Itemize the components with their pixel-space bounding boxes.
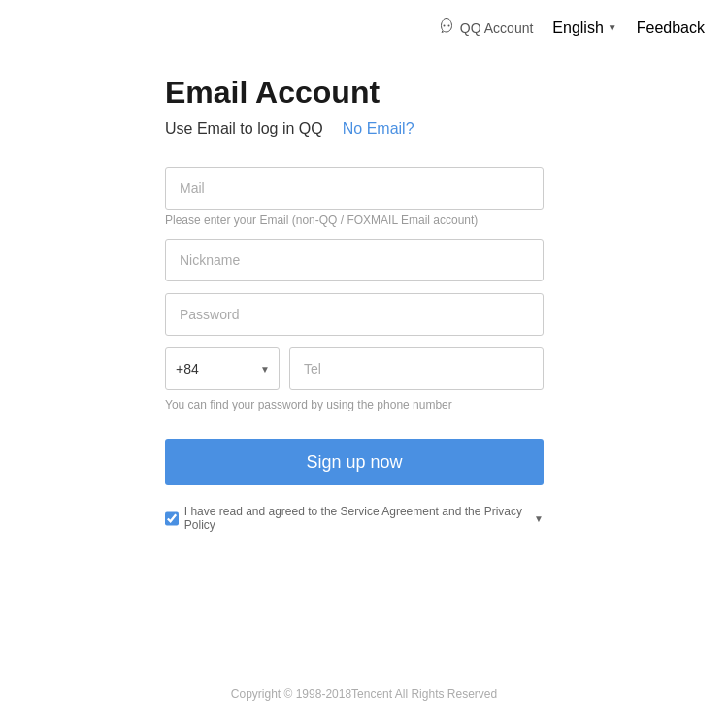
tel-input[interactable] (289, 347, 544, 390)
top-nav: QQ Account English ▼ Feedback (0, 0, 728, 55)
copyright-text: Copyright © 1998-2018Tencent All Rights … (231, 687, 497, 701)
country-code-wrapper: +84 +1 +44 +81 +82 +86 +91 (165, 347, 280, 390)
country-code-select[interactable]: +84 +1 +44 +81 +82 +86 +91 (165, 347, 280, 390)
agreement-row: I have read and agreed to the Service Ag… (165, 505, 544, 532)
nickname-group (165, 239, 544, 281)
phone-group: +84 +1 +44 +81 +82 +86 +91 You can find … (165, 347, 544, 411)
qq-icon (438, 17, 455, 38)
mail-hint: Please enter your Email (non-QQ / FOXMAI… (165, 214, 544, 227)
agreement-expand-icon[interactable]: ▼ (534, 513, 544, 524)
subtitle-row: Use Email to log in QQ No Email? (165, 120, 414, 138)
tel-hint: You can find your password by using the … (165, 398, 544, 411)
qq-account-link[interactable]: QQ Account (438, 17, 533, 38)
mail-group: Please enter your Email (non-QQ / FOXMAI… (165, 167, 544, 227)
main-content: Email Account Use Email to log in QQ No … (0, 55, 728, 551)
phone-row: +84 +1 +44 +81 +82 +86 +91 (165, 347, 544, 390)
mail-input[interactable] (165, 167, 544, 210)
password-input[interactable] (165, 293, 544, 336)
agreement-checkbox[interactable] (165, 511, 179, 526)
footer: Copyright © 1998-2018Tencent All Rights … (0, 687, 728, 701)
language-selector[interactable]: English ▼ (552, 19, 616, 37)
language-label: English (552, 19, 603, 37)
password-group (165, 293, 544, 336)
no-email-link[interactable]: No Email? (343, 120, 414, 138)
registration-form: Please enter your Email (non-QQ / FOXMAI… (165, 167, 544, 532)
language-chevron-icon: ▼ (608, 22, 617, 33)
signup-button[interactable]: Sign up now (165, 439, 544, 485)
nickname-input[interactable] (165, 239, 544, 281)
svg-point-0 (443, 25, 445, 27)
qq-account-label: QQ Account (460, 20, 533, 36)
svg-point-1 (447, 25, 449, 27)
page-title: Email Account (165, 75, 380, 111)
agreement-text: I have read and agreed to the Service Ag… (184, 505, 526, 532)
subtitle-text: Use Email to log in QQ (165, 120, 323, 138)
feedback-link[interactable]: Feedback (637, 19, 705, 37)
